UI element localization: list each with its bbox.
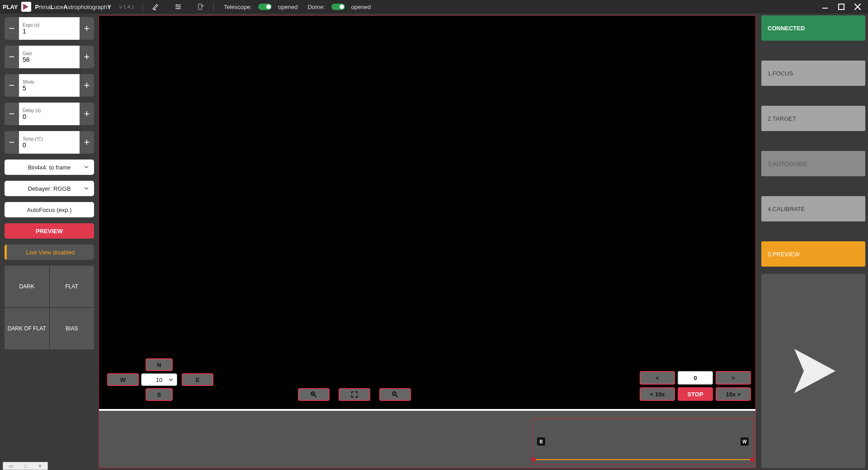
telescope-icon[interactable] bbox=[151, 2, 160, 11]
gain-row: − Gain + bbox=[5, 46, 94, 68]
shots-label: Shots bbox=[23, 80, 76, 85]
svg-point-2 bbox=[177, 8, 178, 9]
binning-select[interactable]: Bin4x4: to frame bbox=[5, 160, 94, 175]
expo-input[interactable] bbox=[23, 28, 76, 35]
chevron-down-icon bbox=[84, 164, 89, 171]
dark-of-flat-button[interactable]: DARK OF FLAT bbox=[5, 308, 49, 349]
delay-input[interactable] bbox=[23, 113, 76, 120]
svg-point-0 bbox=[176, 5, 177, 6]
flat-button[interactable]: FLAT bbox=[50, 266, 94, 307]
gain-minus-button[interactable]: − bbox=[5, 46, 19, 68]
temp-input[interactable] bbox=[23, 141, 76, 149]
move-north-button[interactable]: N bbox=[146, 358, 173, 367]
temp-row: − Temp (°C) + bbox=[5, 131, 94, 154]
telescope-status-label: Telescope: bbox=[224, 4, 252, 10]
export-icon[interactable] bbox=[196, 2, 205, 11]
delay-plus-button[interactable]: + bbox=[80, 103, 94, 125]
delay-label: Delay (s) bbox=[23, 108, 76, 113]
center-panel: B W N S W E 10 < 0 bbox=[99, 15, 678, 367]
version-label: v 1.4.1 bbox=[119, 4, 134, 9]
temp-label: Temp (°C) bbox=[23, 136, 76, 141]
bias-button[interactable]: BIAS bbox=[50, 308, 94, 349]
expo-minus-button[interactable]: − bbox=[5, 17, 19, 40]
gain-input[interactable] bbox=[23, 56, 76, 63]
autofocus-button[interactable]: AutoFocus (exp.) bbox=[5, 202, 94, 217]
app-logo-icon bbox=[21, 2, 31, 12]
gain-plus-button[interactable]: + bbox=[80, 46, 94, 68]
expo-label: Expo (s) bbox=[23, 23, 76, 28]
brand-name: PrimaLuceAstrophotographY bbox=[35, 4, 111, 10]
dome-status-label: Dome: bbox=[307, 4, 325, 10]
telescope-state: opened bbox=[278, 4, 297, 10]
liveview-button[interactable]: Live View disabled bbox=[5, 244, 94, 260]
mount-dpad: N S W E 10 bbox=[107, 358, 213, 367]
topbar: PLAY PrimaLuceAstrophotographY v 1.4.1 T… bbox=[0, 0, 678, 14]
shots-row: − Shots + bbox=[5, 74, 94, 97]
svg-point-1 bbox=[179, 6, 180, 8]
frame-type-grid: DARK FLAT DARK OF FLAT BIAS bbox=[5, 266, 94, 349]
image-viewport[interactable] bbox=[99, 16, 678, 367]
debayer-select[interactable]: Debayer: RGGB bbox=[5, 181, 94, 196]
preview-button[interactable]: PREVIEW bbox=[5, 223, 94, 239]
delay-minus-button[interactable]: − bbox=[5, 103, 19, 125]
telescope-toggle[interactable] bbox=[258, 4, 272, 10]
expo-plus-button[interactable]: + bbox=[80, 17, 94, 40]
delay-row: − Delay (s) + bbox=[5, 103, 94, 125]
expo-row: − Expo (s) + bbox=[5, 17, 94, 40]
left-panel: − Expo (s) + − Gain + − Shots + − bbox=[0, 14, 99, 367]
temp-minus-button[interactable]: − bbox=[5, 131, 19, 154]
shots-plus-button[interactable]: + bbox=[80, 74, 94, 97]
dome-toggle[interactable] bbox=[331, 4, 345, 10]
temp-plus-button[interactable]: + bbox=[80, 131, 94, 154]
sliders-icon[interactable] bbox=[174, 2, 183, 11]
chevron-down-icon bbox=[84, 185, 89, 192]
dome-state: opened bbox=[351, 4, 371, 10]
shots-input[interactable] bbox=[23, 85, 76, 92]
gain-label: Gain bbox=[23, 51, 76, 56]
shots-minus-button[interactable]: − bbox=[5, 74, 19, 97]
play-label: PLAY bbox=[3, 4, 18, 10]
dark-button[interactable]: DARK bbox=[5, 266, 49, 307]
